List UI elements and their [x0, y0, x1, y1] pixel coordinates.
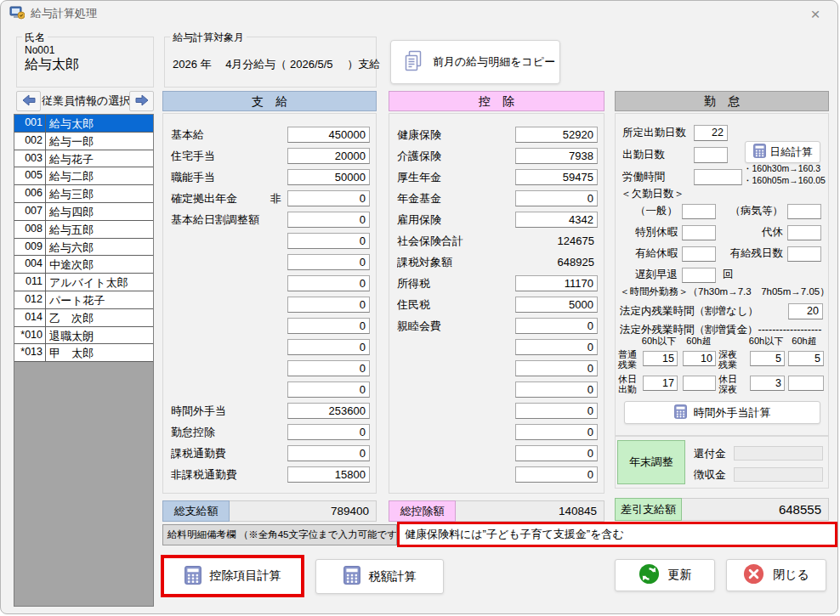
payment-input[interactable]: 0 [287, 381, 370, 398]
deduction-input[interactable]: 0 [515, 403, 598, 419]
deduction-input[interactable]: 0 [515, 381, 598, 398]
work-days-input[interactable] [694, 147, 728, 163]
deduction-input[interactable]: 0 [515, 190, 598, 206]
employee-row[interactable]: 006給与三郎 [14, 185, 153, 203]
overtime-input[interactable]: 10 [683, 351, 716, 366]
close-button[interactable]: 閉じる [726, 559, 826, 591]
legal-overtime-input[interactable]: 20 [788, 303, 823, 319]
deduction-input[interactable]: 0 [515, 339, 598, 355]
employee-row[interactable]: *013甲 太郎 [14, 344, 153, 362]
deduction-label: 介護保険 [397, 149, 515, 164]
employee-row[interactable]: 005給与二郎 [14, 167, 153, 185]
absence-input[interactable] [682, 225, 716, 240]
employee-name: 給与太郎 [46, 115, 153, 132]
deduction-input[interactable]: 11170 [515, 275, 598, 291]
remark-label: 給料明細備考欄 （※全角45文字位まで入力可能です） [162, 524, 397, 545]
overtime-input[interactable] [683, 376, 716, 391]
absence-input[interactable] [787, 246, 821, 262]
update-button[interactable]: 更新 [615, 559, 715, 591]
tax-calc-button[interactable]: 税額計算 [315, 559, 444, 594]
employee-row[interactable]: 002給与一郎 [14, 133, 153, 150]
window-close-button[interactable]: × [800, 3, 831, 25]
copy-previous-month-button[interactable]: 前月の給与明細をコピー [390, 40, 560, 84]
previous-employee-button[interactable] [16, 91, 41, 111]
collection-input [734, 467, 823, 482]
payment-input[interactable]: 0 [287, 445, 370, 461]
employee-code: 009 [14, 239, 46, 256]
payment-input[interactable]: 0 [287, 297, 370, 313]
deduction-input[interactable]: 4342 [515, 212, 598, 228]
payment-input[interactable]: 0 [287, 424, 370, 440]
deduction-input[interactable]: 59475 [515, 169, 598, 185]
payment-input[interactable]: 0 [287, 233, 370, 249]
deduction-input[interactable]: 0 [515, 424, 598, 440]
payment-input[interactable]: 0 [287, 318, 370, 334]
late-early-input[interactable] [682, 268, 716, 283]
deduction-input[interactable]: 7938 [515, 148, 598, 164]
payment-input[interactable]: 0 [287, 190, 370, 206]
refund-input [734, 446, 823, 461]
legal-overtime-row: 法定内残業時間（割増なし） 20 [620, 301, 823, 321]
overtime-row-label: 普通 残業 [618, 349, 644, 370]
payment-input[interactable]: 20000 [287, 148, 370, 164]
employee-list[interactable]: 001給与太郎002給与一郎003給与花子005給与二郎006給与三郎007給与… [14, 114, 154, 607]
employee-row[interactable]: 014乙 次郎 [14, 309, 153, 327]
employee-row[interactable]: 007給与四郎 [14, 203, 153, 221]
overtime-input[interactable]: 3 [750, 376, 785, 391]
deduction-input[interactable]: 52920 [515, 127, 598, 143]
payment-input[interactable]: 50000 [287, 169, 370, 185]
employee-row[interactable]: 011アルバイト太郎 [14, 274, 153, 291]
year-end-adjustment-button[interactable]: 年末調整 [617, 440, 685, 484]
payment-input[interactable]: 0 [287, 275, 370, 291]
employee-select-label: 従業員情報の選択 [42, 91, 128, 111]
payment-row: 0 [163, 294, 376, 315]
deduction-input[interactable]: 0 [515, 445, 598, 461]
employee-row[interactable]: 001給与太郎 [14, 115, 153, 133]
employee-row[interactable]: 012パート花子 [14, 291, 153, 309]
employee-code: 004 [14, 256, 46, 273]
overtime-allowance-calc-button[interactable]: 時間外手当計算 [624, 401, 820, 424]
employee-row[interactable]: 008給与五郎 [14, 221, 153, 239]
absence-input[interactable] [787, 225, 821, 240]
absence-input[interactable] [682, 246, 716, 262]
payment-input[interactable]: 0 [287, 212, 370, 228]
scheduled-days-label: 所定出勤日数 [622, 126, 694, 140]
deduction-input[interactable]: 5000 [515, 297, 598, 313]
remark-input-highlighted[interactable]: 健康保険料には”子ども子育て支援金”を含む [397, 522, 837, 547]
employee-code: 002 [14, 133, 46, 150]
payment-input[interactable]: 0 [287, 339, 370, 355]
daily-wage-calc-button[interactable]: 日給計算 [745, 141, 820, 163]
overtime-input[interactable]: 5 [788, 351, 824, 366]
overtime-input[interactable]: 5 [750, 351, 785, 366]
employee-row[interactable]: *010退職太朗 [14, 327, 153, 345]
deduction-input[interactable]: 0 [515, 318, 598, 334]
payment-input[interactable]: 15800 [287, 466, 370, 483]
payment-input[interactable]: 0 [287, 360, 370, 376]
overtime-input[interactable]: 15 [643, 351, 678, 366]
employee-name: 給与一郎 [46, 133, 153, 150]
payment-input[interactable]: 253600 [287, 403, 370, 419]
absence-input[interactable] [682, 204, 716, 219]
payment-row: 0 [163, 379, 376, 400]
employee-code: 001 [14, 115, 46, 132]
payment-input[interactable]: 450000 [287, 127, 370, 143]
deduction-label: 所得税 [397, 276, 515, 291]
deduction-row: 介護保険7938 [389, 145, 604, 167]
employee-row[interactable]: 004中途次郎 [14, 256, 153, 274]
absence-label: 特別休暇 [616, 225, 682, 240]
next-employee-button[interactable] [129, 91, 154, 111]
deduction-input[interactable]: 0 [515, 360, 598, 376]
overtime-col-header: 60h以下 [743, 335, 789, 348]
employee-name-current: 給与太郎 [25, 56, 79, 74]
overtime-input[interactable] [788, 376, 824, 391]
deduction-calc-button[interactable]: 控除項目計算 [164, 558, 301, 594]
payment-input[interactable]: 0 [287, 254, 370, 270]
work-hours-input[interactable] [694, 169, 742, 185]
deduction-input[interactable]: 0 [515, 466, 598, 483]
scheduled-days-input[interactable]: 22 [694, 125, 728, 141]
employee-row[interactable]: 003給与花子 [14, 150, 153, 168]
absence-input[interactable] [787, 204, 821, 219]
overtime-input[interactable]: 17 [643, 376, 678, 391]
employee-row[interactable]: 009給与六郎 [14, 239, 153, 257]
deduction-calc-highlight: 控除項目計算 [161, 555, 304, 597]
